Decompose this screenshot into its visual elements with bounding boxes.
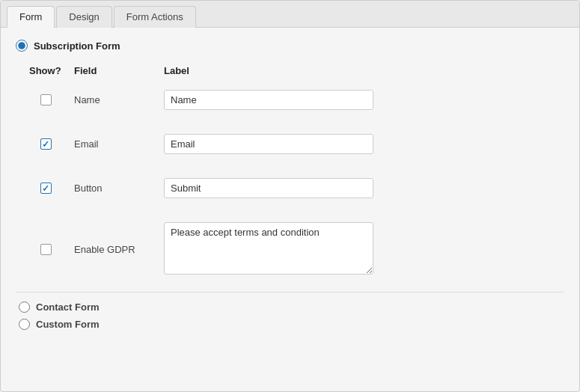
tab-form-actions[interactable]: Form Actions	[114, 6, 196, 28]
email-field-label: Email	[68, 128, 158, 160]
name-label-input[interactable]	[164, 90, 373, 110]
contact-form-text: Contact Form	[36, 301, 100, 313]
col-show: Show?	[23, 61, 68, 84]
gdpr-show-checkbox[interactable]	[40, 244, 52, 255]
check-icon: ✓	[42, 184, 49, 193]
tab-design[interactable]: Design	[56, 6, 112, 28]
gdpr-field-label: Enable GDPR	[68, 216, 158, 283]
table-row: ✓ Email	[23, 128, 572, 160]
button-show-checkbox[interactable]: ✓	[40, 183, 52, 194]
fields-table: Show? Field Label Name	[23, 61, 572, 283]
bottom-radio-group: Contact Form Custom Form	[19, 301, 564, 330]
table-row: Enable GDPR Please accept terms and cond…	[23, 216, 572, 283]
table-header-row: Show? Field Label	[23, 61, 572, 84]
email-label-input[interactable]	[164, 134, 373, 154]
subscription-section: Subscription Form	[16, 40, 564, 52]
col-label: Label	[158, 61, 572, 84]
custom-form-label[interactable]: Custom Form	[19, 319, 564, 330]
contact-form-label[interactable]: Contact Form	[19, 301, 564, 313]
tab-bar: Form Design Form Actions	[1, 1, 579, 28]
custom-form-radio[interactable]	[19, 319, 30, 330]
section-divider	[16, 292, 564, 293]
gdpr-label-textarea[interactable]: Please accept terms and condition	[164, 222, 373, 275]
subscription-radio[interactable]	[16, 40, 28, 52]
col-field: Field	[68, 61, 158, 84]
button-field-label: Button	[68, 172, 158, 204]
tab-content: Subscription Form Show? Field Label	[1, 28, 579, 391]
subscription-label: Subscription Form	[34, 40, 120, 52]
name-field-label: Name	[68, 84, 158, 116]
check-icon: ✓	[42, 140, 49, 149]
subscription-radio-label[interactable]: Subscription Form	[16, 40, 564, 52]
email-show-checkbox[interactable]: ✓	[40, 138, 52, 150]
main-window: Form Design Form Actions Subscription Fo…	[0, 0, 580, 392]
table-row: Name	[23, 84, 572, 116]
button-label-input[interactable]	[164, 178, 373, 198]
custom-form-text: Custom Form	[36, 319, 100, 330]
tab-form[interactable]: Form	[7, 6, 55, 28]
name-show-checkbox[interactable]	[40, 94, 52, 105]
table-row: ✓ Button	[23, 172, 572, 204]
contact-form-radio[interactable]	[19, 301, 30, 313]
